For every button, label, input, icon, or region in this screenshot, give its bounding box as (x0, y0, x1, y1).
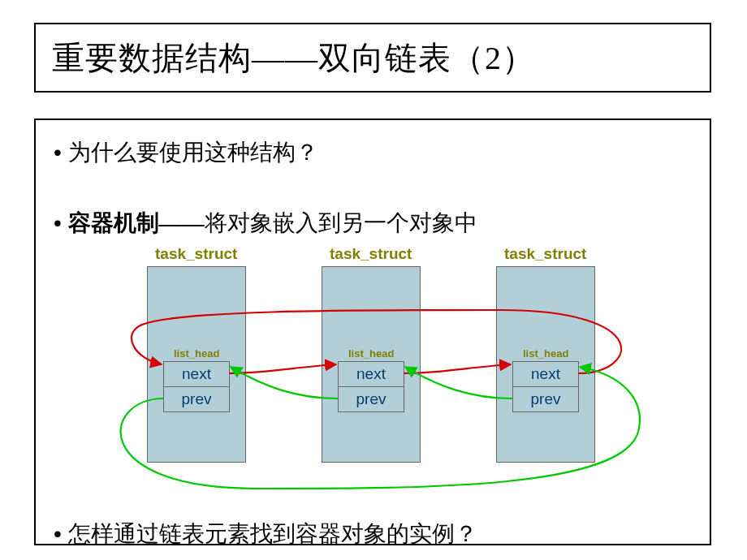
title-box: 重要数据结构——双向链表（2） (34, 23, 711, 93)
next-cell-2: next (338, 361, 404, 387)
content-box: 为什么要使用这种结构？ 容器机制——将对象嵌入到另一个对象中 task_stru… (34, 118, 711, 545)
next-cell-1: next (163, 361, 230, 387)
prev-cell-2: prev (338, 386, 404, 412)
prev-cell-1: prev (163, 386, 230, 412)
next-cell-3: next (512, 361, 579, 387)
struct-label-2: task_struct (330, 245, 412, 263)
bullet-2: 容器机制——将对象嵌入到另一个对象中 (54, 207, 692, 239)
bullet-2-bold: 容器机制—— (68, 210, 205, 235)
list-head-label-3: list_head (523, 347, 568, 360)
struct-label-1: task_struct (155, 245, 237, 263)
bullet-2-rest: 将对象嵌入到另一个对象中 (205, 210, 477, 235)
struct-label-3: task_struct (504, 245, 586, 263)
prev-cell-3: prev (512, 386, 579, 412)
list-head-label-1: list_head (174, 347, 219, 360)
bullet-3: 怎样通过链表元素找到容器对象的实例？ (54, 518, 692, 549)
page-title: 重要数据结构——双向链表（2） (52, 36, 535, 80)
list-head-label-2: list_head (348, 347, 394, 360)
linked-list-diagram: task_struct task_struct task_struct list… (54, 245, 695, 513)
bullet-1: 为什么要使用这种结构？ (54, 136, 692, 168)
